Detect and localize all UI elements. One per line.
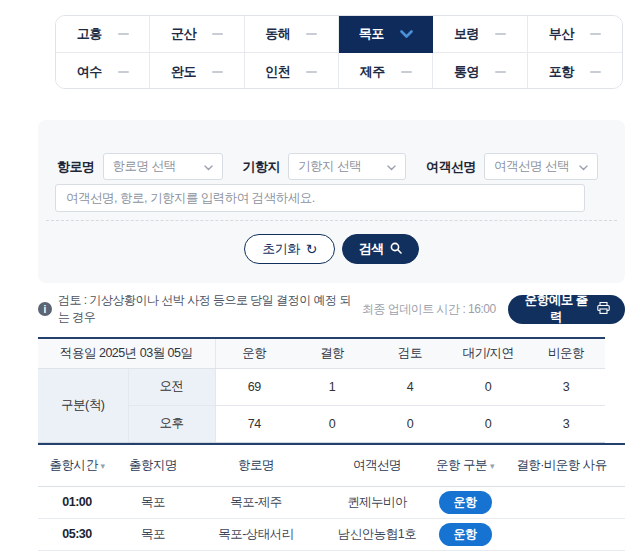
status-cell: 운항 [432,518,498,550]
period-label-afternoon: 오후 [128,405,215,442]
port-label: 인천 [265,63,290,81]
schedule-row: 01:00 목포 목포-제주 퀸제누비아 운항 [38,486,625,518]
port-label: 여수 [77,63,102,81]
port-label: 목포 [359,25,384,43]
port-tab-yeosu[interactable]: 여수 [56,53,150,89]
summary-value: 0 [449,405,527,442]
dash-icon [118,71,129,73]
port-label: 제주 [360,63,385,81]
schedule-row: 05:30 목포 목포-상태서리 남신안농협1호 운항 [38,518,625,550]
summary-value: 0 [293,405,371,442]
cancel-reason [498,518,625,550]
ship-name-select[interactable]: 여객선명 선택 [484,153,598,180]
col-header-not-operating: 비운항 [527,338,605,368]
printer-icon [597,302,610,317]
filter-row: 항로명 항로명 선택 기항지 기항지 선택 여객선명 여객선명 선택 [57,153,598,180]
dash-icon [401,71,412,73]
sort-icon: ▾ [490,461,494,471]
port-tab-wando[interactable]: 완도 [150,53,244,89]
header-ship-name: 여객선명 [322,444,432,486]
port-tab-incheon[interactable]: 인천 [245,53,339,89]
reset-button[interactable]: 초기화 ↻ [244,234,335,264]
route-filter-group: 항로명 항로명 선택 [57,153,223,180]
call-filter-group: 기항지 기항지 선택 [243,153,407,180]
departure-time: 05:30 [38,518,116,550]
header-origin: 출항지명 [116,444,190,486]
chevron-down-icon [204,160,213,174]
port-tab-boryeong[interactable]: 보령 [433,16,527,53]
info-icon: i [38,302,52,316]
dash-icon [212,33,223,35]
filter-buttons: 초기화 ↻ 검색 [38,234,625,264]
keyword-search-input[interactable] [55,184,585,212]
header-route: 항로명 [190,444,322,486]
route-filter-label: 항로명 [57,158,95,176]
port-label: 통영 [454,63,479,81]
dash-icon [495,71,506,73]
status-cell: 운항 [432,486,498,518]
port-tab-busan[interactable]: 부산 [528,16,622,53]
chevron-down-icon [579,160,588,174]
summary-value: 69 [215,368,293,405]
period-label-morning: 오전 [128,368,215,405]
summary-value: 0 [449,368,527,405]
schedule-header-row: 출항시간▾ 출항지명 항로명 여객선명 운항 구분▾ 결항·비운항 사유 [38,444,625,486]
sort-header-departure-time[interactable]: 출항시간▾ [38,444,116,486]
port-tab-mokpo-selected[interactable]: 목포 [339,16,433,53]
port-tab-gunsan[interactable]: 군산 [150,16,244,53]
departure-schedule-table: 출항시간▾ 출항지명 항로명 여객선명 운항 구분▾ 결항·비운항 사유 01:… [38,443,625,551]
route-select-value: 항로명 선택 [113,158,176,175]
origin: 목포 [116,486,190,518]
summary-value: 3 [527,368,605,405]
notice-row: i 검토 : 기상상황이나 선박 사정 등으로 당일 결정이 예정 되는 경우 … [38,294,625,324]
ship-name: 퀸제누비아 [322,486,432,518]
origin: 목포 [116,518,190,550]
call-select-value: 기항지 선택 [298,158,361,175]
status-badge: 운항 [439,491,492,514]
sort-icon: ▾ [100,461,104,471]
summary-value: 0 [371,405,449,442]
port-tab-donghae[interactable]: 동해 [245,16,339,53]
port-grid: 고흥 군산 동해 목포 보령 부산 여수 완도 [55,15,623,89]
print-button-label: 운항예보 출력 [523,292,590,326]
port-label: 포항 [549,63,574,81]
status-badge: 운항 [439,523,492,546]
port-label: 고흥 [77,25,102,43]
print-forecast-button[interactable]: 운항예보 출력 [508,295,625,324]
header-label: 운항 구분 [436,458,487,472]
cancel-reason [498,486,625,518]
port-label: 군산 [171,25,196,43]
col-header-operating: 운항 [215,338,293,368]
departure-time: 01:00 [38,486,116,518]
last-update-time: 최종 업데이트 시간 : 16:00 [362,301,496,318]
search-icon [390,242,402,257]
summary-value: 1 [293,368,371,405]
chevron-down-icon [387,160,396,174]
port-tab-jeju[interactable]: 제주 [339,53,433,89]
port-tab-tongyeong[interactable]: 통영 [433,53,527,89]
ferry-operation-forecast-page: 고흥 군산 동해 목포 보령 부산 여수 완도 [0,0,640,551]
search-button[interactable]: 검색 [342,234,419,264]
summary-header-row: 적용일 2025년 03월 05일 운항 결항 검토 대기/지연 비운항 [38,338,605,368]
refresh-icon: ↻ [306,242,317,256]
port-of-call-select[interactable]: 기항지 선택 [288,153,406,180]
sort-header-status[interactable]: 운항 구분▾ [432,444,498,486]
chevron-down-icon [400,25,413,43]
route: 목포-상태서리 [190,518,322,550]
summary-value: 74 [215,405,293,442]
ship-name: 남신안농협1호 [322,518,432,550]
ship-filter-group: 여객선명 여객선명 선택 [426,153,598,180]
port-tab-goheung[interactable]: 고흥 [56,16,150,53]
dash-icon [306,71,317,73]
search-filter-panel: 항로명 항로명 선택 기항지 기항지 선택 여객선명 여객선명 선택 [38,120,625,283]
col-header-cancelled: 결항 [293,338,371,368]
group-label-cell: 구분(척) [38,368,128,442]
reset-button-label: 초기화 [262,240,300,258]
port-label: 보령 [454,25,479,43]
route-select[interactable]: 항로명 선택 [103,153,223,180]
dash-icon [495,33,506,35]
port-label: 부산 [549,25,574,43]
port-tab-pohang[interactable]: 포항 [528,53,622,89]
search-button-label: 검색 [359,240,384,258]
port-label: 동해 [265,25,290,43]
